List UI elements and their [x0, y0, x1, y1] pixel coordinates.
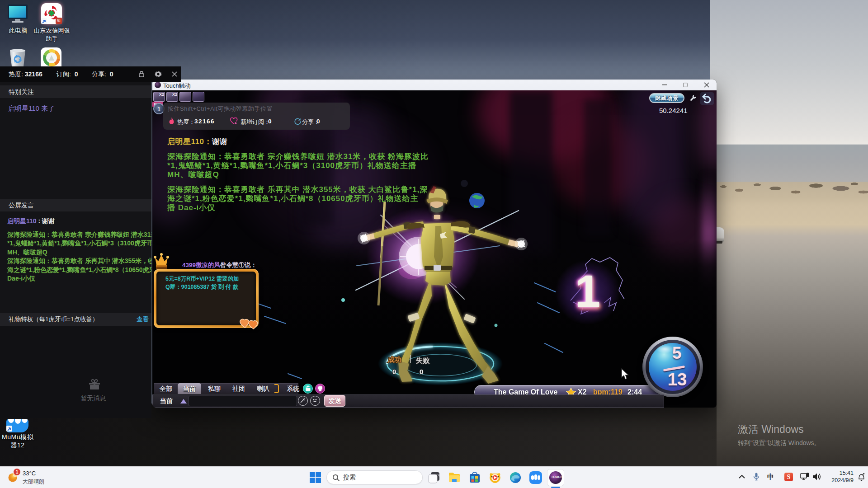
svg-text:成功: 成功 [387, 356, 401, 363]
svg-text:失败: 失败 [416, 357, 430, 364]
svg-text:0: 0 [420, 368, 423, 375]
svg-text:0: 0 [392, 368, 396, 375]
